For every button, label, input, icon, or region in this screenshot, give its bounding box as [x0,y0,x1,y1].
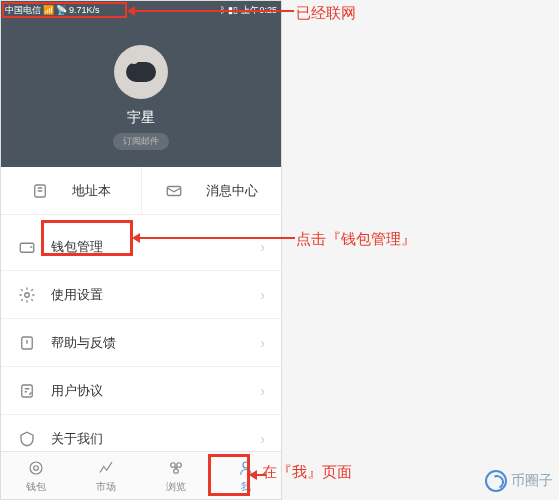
carrier-label: 中国电信 [5,4,41,17]
svg-point-3 [25,292,30,297]
watermark-icon [485,470,507,492]
signal-icon: 📶 [43,5,54,15]
menu-label: 帮助与反馈 [51,334,260,352]
nav-market[interactable]: 市场 [71,452,141,499]
menu-label: 用户协议 [51,382,260,400]
phone-frame: 中国电信 📶 📡 9.71K/s ᛒ ▮▯ 上午9:25 宇星 订阅邮件 地址本 [0,0,282,500]
message-center-button[interactable]: 消息中心 [142,167,282,214]
svg-point-7 [34,465,39,470]
watermark-text: 币圈子 [511,472,553,490]
menu-label: 钱包管理 [51,238,260,256]
envelope-icon [164,181,184,201]
address-book-label: 地址本 [72,182,111,200]
menu-label: 使用设置 [51,286,260,304]
chevron-right-icon: › [260,431,265,447]
chevron-right-icon: › [260,335,265,351]
arrow-line-1 [130,10,294,12]
chevron-right-icon: › [260,239,265,255]
svg-point-6 [30,462,42,474]
bottom-nav: 钱包 市场 浏览 我 [1,451,281,499]
help-icon [17,333,37,353]
svg-rect-2 [20,243,34,252]
message-center-label: 消息中心 [206,182,258,200]
menu-list: 钱包管理 › 使用设置 › 帮助与反馈 › 用户协议 › [1,223,281,463]
nav-label: 我 [241,480,251,494]
annotation-click-wallet: 点击『钱包管理』 [296,230,416,249]
menu-item-agreement[interactable]: 用户协议 › [1,367,281,415]
nav-browse-icon [166,458,186,478]
arrow-line-2 [135,237,295,239]
annotation-text: 已经联网 [296,4,356,23]
annotation-text: 在『我』页面 [262,463,352,482]
info-icon [17,429,37,449]
nav-label: 浏览 [166,480,186,494]
wallet-icon [17,237,37,257]
avatar-image [126,62,156,82]
svg-point-11 [243,462,249,468]
annotation-connected: 已经联网 [296,4,356,23]
menu-item-wallet-mgmt[interactable]: 钱包管理 › [1,223,281,271]
nav-label: 市场 [96,480,116,494]
nav-browse[interactable]: 浏览 [141,452,211,499]
svg-rect-5 [22,385,33,397]
quick-row: 地址本 消息中心 [1,167,281,215]
subscribe-badge[interactable]: 订阅邮件 [113,133,169,150]
address-book-icon [30,181,50,201]
nav-label: 钱包 [26,480,46,494]
nav-wallet-icon [26,458,46,478]
avatar[interactable] [114,45,168,99]
annotation-text: 点击『钱包管理』 [296,230,416,249]
document-icon [17,381,37,401]
menu-item-help[interactable]: 帮助与反馈 › [1,319,281,367]
annotation-me-page: 在『我』页面 [262,463,352,482]
watermark: 币圈子 [485,470,553,492]
menu-item-settings[interactable]: 使用设置 › [1,271,281,319]
chevron-right-icon: › [260,287,265,303]
address-book-button[interactable]: 地址本 [1,167,142,214]
menu-label: 关于我们 [51,430,260,448]
profile-section: 宇星 订阅邮件 [1,19,281,167]
chevron-right-icon: › [260,383,265,399]
wifi-icon: 📡 [56,5,67,15]
gear-icon [17,285,37,305]
username-label: 宇星 [127,109,155,127]
nav-wallet[interactable]: 钱包 [1,452,71,499]
nav-market-icon [96,458,116,478]
speed-label: 9.71K/s [69,5,100,15]
